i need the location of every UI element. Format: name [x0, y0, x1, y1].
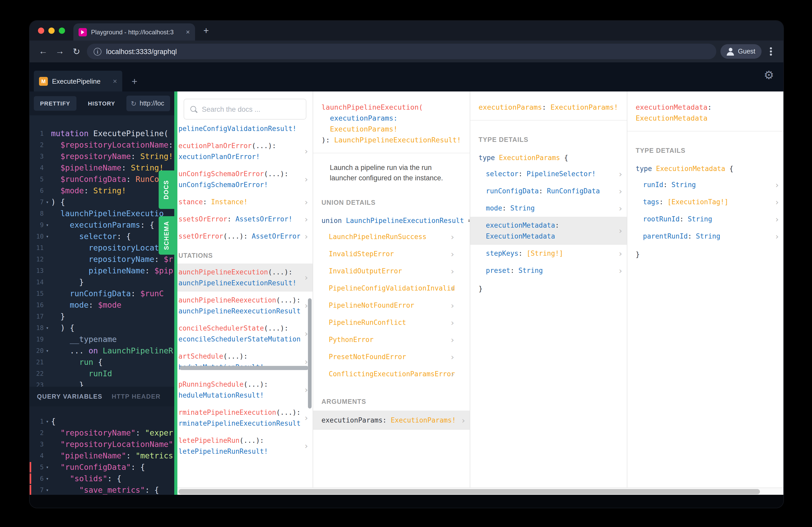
doc-item[interactable]: concileSchedulerState(...):econcileSched… — [177, 320, 313, 348]
close-window-button[interactable] — [38, 28, 44, 34]
schema-side-tab[interactable]: SCHEMA — [159, 216, 174, 255]
fold-caret-icon[interactable]: ▾ — [44, 462, 51, 473]
code-line[interactable]: 16 mode: $mode — [30, 299, 174, 311]
type-field[interactable]: parentRunId: String› — [627, 228, 783, 245]
search-input[interactable] — [202, 105, 300, 113]
code-line[interactable]: 5 $runConfigData: RunCo — [30, 174, 174, 185]
horizontal-scrollbar-thumb[interactable] — [179, 366, 308, 370]
doc-item[interactable]: ssetsOrError: AssetsOrError!› — [177, 210, 313, 228]
union-member[interactable]: PipelineConfigValidationInvalid› — [313, 280, 470, 297]
code-line[interactable]: 10▾ selector: { — [30, 231, 174, 242]
code-line[interactable]: 11 repositoryLocat — [30, 242, 174, 254]
union-member[interactable]: InvalidOutputError› — [313, 262, 470, 280]
docs-horizontal-scrollbar[interactable] — [177, 487, 783, 495]
union-member[interactable]: PythonError› — [313, 331, 470, 348]
browser-tab[interactable]: Playground - http://localhost:3 × — [73, 24, 195, 41]
doc-item[interactable]: unConfigSchemaOrError(...):unConfigSchem… — [177, 165, 313, 193]
doc-item[interactable]: rminatePipelineExecution(...):rminatePip… — [177, 404, 313, 432]
new-tab-button[interactable]: + — [203, 25, 209, 36]
docs-side-tab[interactable]: DOCS — [159, 170, 174, 209]
doc-item[interactable]: ecutionPlanOrError(...):xecutionPlanOrEr… — [177, 137, 313, 165]
type-field[interactable]: tags: [ExecutionTag!]› — [627, 193, 783, 210]
doc-item[interactable]: ssetOrError(...): AssetOrError!› — [177, 228, 313, 245]
type-field[interactable]: executionMetadata: ExecutionMetadata› — [470, 217, 627, 245]
forward-icon[interactable]: → — [54, 46, 66, 57]
code-line[interactable]: 21 run { — [30, 357, 174, 368]
vertical-scrollbar-thumb[interactable] — [308, 298, 311, 408]
code-line[interactable]: 23 } — [30, 379, 174, 387]
fold-caret-icon[interactable]: ▾ — [44, 345, 51, 357]
session-close-icon[interactable]: × — [113, 77, 117, 85]
fold-caret-icon[interactable]: ▾ — [44, 219, 51, 231]
code-line[interactable]: 2 "repositoryName": "exper — [30, 427, 174, 439]
union-member[interactable]: PipelineRunConflict› — [313, 314, 470, 331]
type-field[interactable]: selector: PipelineSelector!› — [470, 165, 627, 182]
settings-gear-icon[interactable]: ⚙ — [764, 70, 774, 81]
doc-item[interactable]: aunchPipelineExecution(...):aunchPipelin… — [177, 264, 313, 291]
union-member[interactable]: LaunchPipelineRunSuccess› — [313, 228, 470, 245]
new-session-button[interactable]: + — [132, 76, 137, 87]
docs-horizontal-scrollbar-thumb[interactable] — [178, 489, 760, 494]
code-line[interactable]: 8 launchPipelineExecutio — [30, 208, 174, 219]
code-line[interactable]: 4 "pipelineName": "metrics — [30, 450, 174, 462]
doc-item[interactable]: pRunningSchedule(...):heduleMutationResu… — [177, 376, 313, 404]
code-line[interactable]: 6 $mode: String! — [30, 185, 174, 196]
code-line[interactable]: 14 } — [30, 276, 174, 288]
code-line[interactable]: 5▾ "runConfigData": { — [30, 462, 174, 473]
code-line[interactable]: 15 runConfigData: $runC — [30, 288, 174, 299]
minimize-window-button[interactable] — [48, 28, 55, 34]
code-line[interactable]: 9▾ executionParams: { — [30, 219, 174, 231]
code-line[interactable]: 13 pipelineName: $pip — [30, 265, 174, 276]
tab-query-variables[interactable]: QUERY VARIABLES — [37, 393, 102, 400]
type-field[interactable]: preset: String› — [470, 262, 627, 279]
doc-item-partial[interactable]: pelineConfigValidationResult! — [177, 125, 313, 137]
code-line[interactable]: 1▾{ — [30, 416, 174, 427]
tab-http-headers[interactable]: HTTP HEADER — [112, 393, 161, 400]
code-line[interactable]: 18▾ ) { — [30, 322, 174, 334]
doc-item[interactable]: stance: Instance!› — [177, 193, 313, 210]
type-field[interactable]: runId: String› — [627, 176, 783, 193]
fold-caret-icon[interactable]: ▾ — [44, 473, 51, 484]
code-line[interactable]: 17 } — [30, 311, 174, 322]
fold-caret-icon[interactable]: ▾ — [44, 416, 51, 427]
union-member[interactable]: PresetNotFoundError› — [313, 348, 470, 365]
code-line[interactable]: 1mutation ExecutePipeline( — [30, 128, 174, 139]
type-field[interactable]: stepKeys: [String!]› — [470, 245, 627, 262]
reload-icon[interactable]: ↻ — [70, 46, 83, 57]
code-line[interactable]: 7▾ "save_metrics": { — [30, 484, 174, 495]
code-line[interactable]: 7▾) { — [30, 196, 174, 208]
type-field[interactable]: mode: String› — [470, 199, 627, 217]
code-line[interactable]: 3 $repositoryName: String! — [30, 151, 174, 162]
code-line[interactable]: 22 runId — [30, 368, 174, 379]
code-line[interactable]: 3 "repositoryLocationName" — [30, 439, 174, 450]
code-line[interactable]: 6▾ "solids": { — [30, 473, 174, 484]
tab-close-icon[interactable]: × — [186, 28, 190, 36]
back-icon[interactable]: ← — [37, 46, 49, 57]
argument-row[interactable]: executionParams: ExecutionParams!› — [313, 410, 470, 430]
doc-item[interactable]: letePipelineRun(...):letePipelineRunResu… — [177, 432, 313, 460]
profile-chip[interactable]: Guest — [720, 44, 762, 59]
prettify-button[interactable]: PRETTIFY — [34, 96, 76, 111]
code-line[interactable]: 20▾ ... on LaunchPipelineR — [30, 345, 174, 357]
variables-editor[interactable]: 1▾{2 "repositoryName": "exper3 "reposito… — [30, 406, 174, 495]
type-field[interactable]: rootRunId: String› — [627, 210, 783, 228]
fold-caret-icon[interactable]: ▾ — [44, 322, 51, 334]
union-member[interactable]: ConflictingExecutionParamsError› — [313, 365, 470, 382]
fold-caret-icon[interactable]: ▾ — [44, 196, 51, 208]
endpoint-input[interactable]: ↻ http://loc — [127, 96, 170, 111]
menu-dots-icon[interactable] — [770, 50, 772, 52]
code-line[interactable]: 19 __typename — [30, 334, 174, 345]
endpoint-reload-icon[interactable]: ↻ — [131, 100, 136, 107]
session-tab[interactable]: M ExecutePipeline × — [34, 71, 122, 91]
type-field[interactable]: runConfigData: RunConfigData› — [470, 182, 627, 199]
code-line[interactable]: 2 $repositoryLocationName: — [30, 139, 174, 151]
query-editor[interactable]: 1mutation ExecutePipeline(2 $repositoryL… — [30, 115, 174, 387]
union-member[interactable]: InvalidStepError› — [313, 245, 470, 262]
fold-caret-icon[interactable]: ▾ — [44, 484, 51, 495]
union-member[interactable]: PipelineNotFoundError› — [313, 297, 470, 314]
fold-caret-icon[interactable]: ▾ — [44, 231, 51, 242]
code-line[interactable]: 4 $pipelineName: String! — [30, 162, 174, 174]
maximize-window-button[interactable] — [59, 28, 65, 34]
docs-search-box[interactable] — [184, 99, 306, 120]
doc-item[interactable]: aunchPipelineReexecution(...):aunchPipel… — [177, 291, 313, 320]
